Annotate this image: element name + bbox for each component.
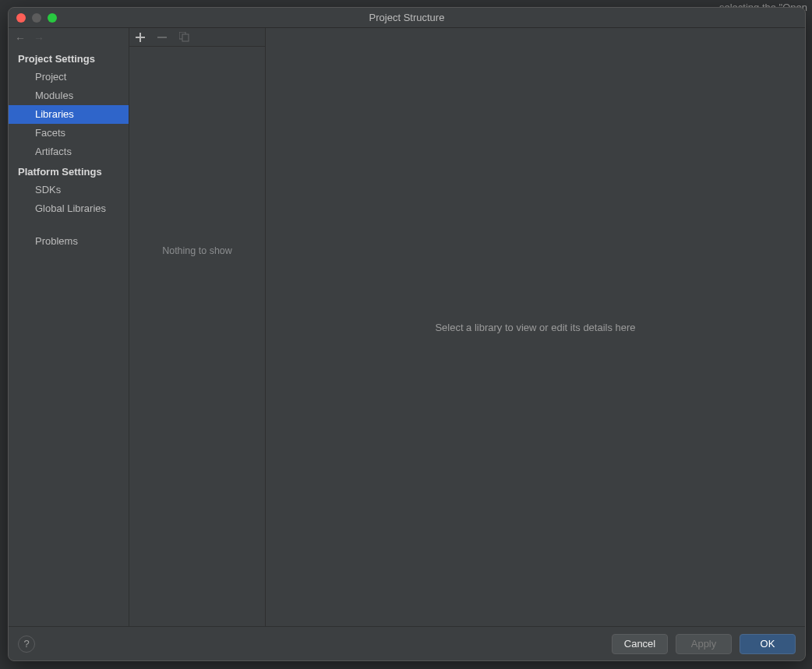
- sidebar-item-label: Global Libraries: [35, 202, 106, 214]
- sidebar-item-libraries[interactable]: Libraries: [9, 105, 129, 124]
- library-list-panel: Nothing to show: [129, 28, 266, 626]
- sidebar-item-sdks[interactable]: SDKs: [9, 181, 129, 199]
- sidebar-item-label: SDKs: [35, 184, 61, 195]
- sidebar-item-label: Libraries: [35, 108, 74, 120]
- sidebar-item-project[interactable]: Project: [9, 68, 129, 86]
- svg-rect-2: [182, 34, 189, 41]
- library-detail-empty-text: Select a library to view or edit its det…: [435, 322, 635, 333]
- close-window-button[interactable]: [16, 13, 26, 23]
- back-icon[interactable]: ←: [15, 32, 26, 44]
- dialog-body: ← → Project Settings Project Modules Lib…: [9, 28, 805, 626]
- help-icon: ?: [23, 638, 29, 650]
- project-structure-dialog: Project Structure ← → Project Settings P…: [8, 7, 806, 661]
- cancel-button[interactable]: Cancel: [612, 634, 668, 654]
- library-list-empty-text: Nothing to show: [162, 245, 232, 256]
- titlebar[interactable]: Project Structure: [9, 8, 805, 28]
- remove-library-button: [156, 31, 168, 44]
- sidebar-item-modules[interactable]: Modules: [9, 86, 129, 105]
- sidebar-item-facets[interactable]: Facets: [9, 124, 129, 143]
- maximize-window-button[interactable]: [48, 13, 57, 23]
- button-label: Cancel: [624, 638, 655, 650]
- ok-button[interactable]: OK: [740, 634, 796, 654]
- library-list-empty: Nothing to show: [129, 47, 265, 626]
- add-library-button[interactable]: [134, 31, 147, 44]
- sidebar-item-label: Problems: [35, 235, 78, 247]
- sidebar-section-header-project-settings: Project Settings: [9, 45, 129, 68]
- sidebar-item-global-libraries[interactable]: Global Libraries: [9, 199, 129, 218]
- sidebar-item-label: Artifacts: [35, 146, 72, 157]
- button-label: OK: [761, 638, 775, 650]
- sidebar: ← → Project Settings Project Modules Lib…: [9, 28, 129, 626]
- minus-icon: [157, 33, 167, 42]
- button-label: Apply: [691, 638, 717, 650]
- help-button[interactable]: ?: [18, 636, 35, 653]
- sidebar-history-nav: ← →: [9, 28, 129, 45]
- library-list-toolbar: [129, 28, 265, 47]
- sidebar-item-artifacts[interactable]: Artifacts: [9, 143, 129, 161]
- dialog-footer: ? Cancel Apply OK: [9, 626, 805, 660]
- sidebar-item-label: Modules: [35, 90, 73, 101]
- sidebar-item-label: Facets: [35, 127, 65, 139]
- copy-icon: [179, 32, 189, 42]
- window-controls: [16, 13, 57, 23]
- svg-rect-0: [157, 37, 167, 38]
- apply-button: Apply: [676, 634, 732, 654]
- sidebar-item-label: Project: [35, 71, 66, 83]
- sidebar-item-problems[interactable]: Problems: [9, 232, 129, 251]
- library-detail-panel: Select a library to view or edit its det…: [266, 28, 805, 626]
- plus-icon: [136, 33, 145, 42]
- minimize-window-button[interactable]: [32, 13, 41, 23]
- sidebar-section-header-platform-settings: Platform Settings: [9, 161, 129, 181]
- dialog-title: Project Structure: [369, 12, 445, 23]
- forward-icon: →: [34, 32, 44, 44]
- copy-library-button: [178, 31, 190, 44]
